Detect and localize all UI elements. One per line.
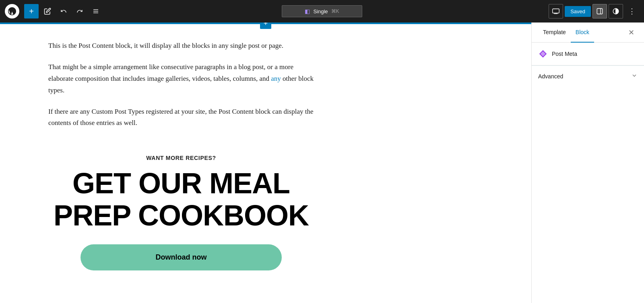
chevron-down-icon <box>631 72 638 80</box>
post-meta-label: Post Meta <box>552 51 577 57</box>
post-meta-icon <box>538 49 548 59</box>
paragraph-3: If there are any Custom Post Types regis… <box>48 106 314 129</box>
add-block-button[interactable]: + <box>24 4 39 18</box>
svg-rect-7 <box>597 8 603 14</box>
paragraph-2: That might be a simple arrangement like … <box>48 61 314 96</box>
tab-block[interactable]: Block <box>571 23 594 43</box>
editor-area: + This is the Post Content block, it wil… <box>0 23 531 303</box>
main-layout: + This is the Post Content block, it wil… <box>0 23 644 303</box>
list-view-button[interactable] <box>89 4 103 18</box>
tab-template[interactable]: Template <box>538 23 571 43</box>
toolbar-right: Saved ⋮ <box>549 4 639 18</box>
page-selector-label: Single <box>313 8 328 14</box>
link-any[interactable]: any <box>271 75 281 82</box>
edit-icon-button[interactable] <box>40 4 55 18</box>
page-selector[interactable]: ◧ Single ⌘K <box>282 5 362 17</box>
sidebar-close-button[interactable]: ✕ <box>625 25 638 40</box>
cta-section: WANT MORE RECIPES? GET OUR MEAL PREP COO… <box>48 139 314 286</box>
sidebar-tabs: Template Block ✕ <box>532 23 644 43</box>
keyboard-shortcut: ⌘K <box>331 8 339 14</box>
wp-logo[interactable] <box>5 4 19 18</box>
advanced-section[interactable]: Advanced <box>532 66 644 87</box>
post-meta-section: Post Meta <box>532 43 644 66</box>
desktop-view-button[interactable] <box>549 4 563 18</box>
sidebar-toggle-button[interactable] <box>592 4 607 18</box>
cta-subtitle: WANT MORE RECIPES? <box>48 155 314 161</box>
download-button[interactable]: Download now <box>80 244 282 270</box>
svg-rect-3 <box>553 9 559 13</box>
contrast-button[interactable] <box>609 4 623 18</box>
editor-content-area: This is the Post Content block, it will … <box>0 24 362 303</box>
undo-button[interactable] <box>56 4 71 18</box>
cta-title: GET OUR MEAL PREP COOKBOOK <box>48 168 314 231</box>
toolbar: + ◧ Single ⌘K <box>0 0 644 23</box>
redo-button[interactable] <box>72 4 87 18</box>
editor-top-line: + <box>0 23 531 24</box>
saved-button[interactable]: Saved <box>565 6 591 17</box>
advanced-label: Advanced <box>538 73 563 80</box>
paragraph-1: This is the Post Content block, it will … <box>48 40 314 52</box>
right-sidebar: Template Block ✕ Post Meta Advanced <box>531 23 644 303</box>
add-block-inline-button[interactable]: + <box>260 23 271 29</box>
more-options-button[interactable]: ⋮ <box>625 4 639 18</box>
sidebar-tab-group: Template Block <box>538 23 594 42</box>
page-selector-icon: ◧ <box>305 8 310 14</box>
